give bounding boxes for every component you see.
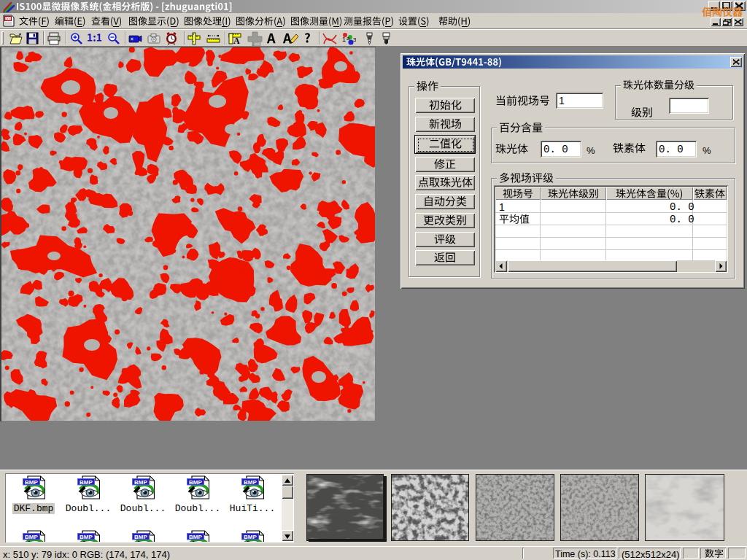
svg-text:BMP: BMP <box>134 534 147 540</box>
svg-text:BMP: BMP <box>189 479 202 486</box>
svg-text:BMP: BMP <box>134 479 147 486</box>
svg-text:BMP: BMP <box>25 479 38 486</box>
svg-text:BMP: BMP <box>80 479 93 486</box>
svg-text:BMP: BMP <box>25 534 38 540</box>
svg-text:DOC: DOC <box>5 18 13 21</box>
svg-text:BMP: BMP <box>244 479 257 486</box>
svg-text:A: A <box>233 36 240 46</box>
svg-text:3: 3 <box>353 36 356 43</box>
svg-text:1: 1 <box>342 36 346 43</box>
svg-text:a: a <box>347 35 350 42</box>
svg-text:BMP: BMP <box>189 534 202 540</box>
svg-text:BMP: BMP <box>80 534 93 540</box>
svg-text:BMP: BMP <box>244 534 257 540</box>
